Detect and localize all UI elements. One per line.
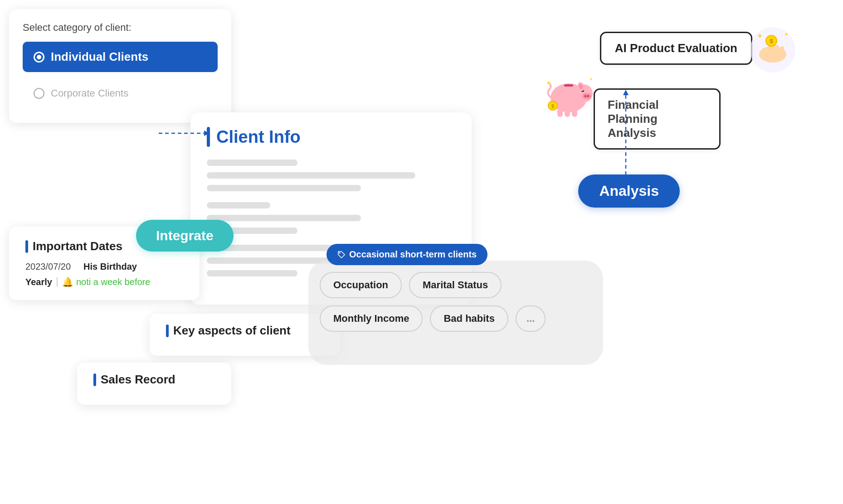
integrate-button[interactable]: Integrate (136, 220, 234, 252)
client-info-title-text: Client Info (216, 127, 301, 147)
svg-text:✦: ✦ (784, 31, 789, 38)
tags-area: Occupation Marital Status Monthly Income… (320, 272, 592, 339)
section-bar-key (166, 325, 169, 337)
section-bar-sales (93, 373, 96, 386)
divider (57, 277, 58, 286)
date-event: His Birthday (83, 262, 137, 272)
svg-rect-23 (564, 84, 573, 87)
individual-radio-icon (34, 52, 44, 63)
ai-illustration: $ ✦ ✦ (748, 25, 798, 75)
individual-clients-label: Individual Clients (51, 50, 148, 64)
svg-text:$: $ (770, 38, 773, 44)
individual-clients-option[interactable]: Individual Clients (23, 42, 218, 72)
select-category-card: Select category of client: Individual Cl… (9, 9, 231, 123)
sales-record-card: Sales Record (77, 363, 231, 405)
monthly-income-tag[interactable]: Monthly Income (320, 305, 423, 332)
ai-product-label: AI Product Evaluation (615, 41, 737, 55)
bad-habits-tag[interactable]: Bad habits (430, 305, 508, 332)
svg-text:✦: ✦ (757, 32, 763, 40)
financial-planning-label: Financial Planning Analysis (608, 98, 659, 140)
important-dates-title-text: Important Dates (33, 239, 122, 253)
notification-row: Yearly 🔔 noti a week before (25, 276, 183, 287)
key-aspects-title-text: Key aspects of client (173, 324, 291, 338)
skeleton-5 (207, 215, 361, 221)
analysis-button[interactable]: Analysis (578, 174, 680, 208)
title-bar (207, 127, 210, 147)
sales-record-title-text: Sales Record (101, 373, 175, 387)
corporate-clients-label: Corporate Clients (51, 87, 128, 99)
financial-planning-box: Financial Planning Analysis (594, 88, 721, 150)
occasional-tag[interactable]: Occasional short-term clients (326, 244, 487, 265)
tags-row-2: Monthly Income Bad habits ... (320, 305, 592, 332)
svg-point-31 (339, 252, 341, 253)
section-bar-dates (25, 240, 28, 253)
skeleton-2 (207, 172, 415, 179)
svg-text:✦: ✦ (589, 77, 593, 82)
skeleton-9 (207, 270, 297, 276)
marital-status-tag[interactable]: Marital Status (409, 272, 502, 298)
ai-product-evaluation-box: AI Product Evaluation (600, 32, 752, 65)
corporate-clients-option[interactable]: Corporate Clients (23, 80, 218, 107)
tag-icon (337, 251, 346, 259)
select-category-label: Select category of client: (23, 22, 218, 34)
svg-rect-8 (780, 46, 784, 55)
sales-record-title: Sales Record (93, 373, 215, 387)
skeleton-3 (207, 185, 361, 191)
client-info-title: Client Info (207, 127, 455, 147)
svg-rect-26 (572, 109, 577, 117)
date-row: 2023/07/20 His Birthday (25, 262, 183, 272)
svg-rect-7 (775, 45, 779, 56)
svg-rect-9 (762, 48, 767, 57)
occupation-tag[interactable]: Occupation (320, 272, 402, 298)
skeleton-4 (207, 202, 270, 208)
corporate-radio-icon (34, 88, 44, 99)
notification-text: 🔔 noti a week before (62, 276, 150, 287)
key-aspects-title: Key aspects of client (166, 324, 324, 338)
tags-row-1: Occupation Marital Status (320, 272, 592, 298)
occasional-tag-label: Occasional short-term clients (349, 249, 477, 260)
svg-point-18 (587, 95, 590, 97)
svg-text:✦: ✦ (546, 79, 551, 87)
bell-icon: 🔔 (62, 276, 73, 287)
svg-rect-25 (565, 109, 570, 117)
skeleton-1 (207, 160, 297, 166)
piggy-bank-illustration: $ ✦ ✦ (544, 67, 598, 121)
svg-text:$: $ (551, 104, 554, 109)
svg-point-17 (585, 95, 587, 97)
more-tags-button[interactable]: ... (516, 305, 546, 332)
svg-rect-24 (557, 109, 563, 117)
svg-point-16 (582, 93, 591, 99)
frequency-label: Yearly (25, 277, 52, 287)
date-value: 2023/07/20 (25, 262, 71, 272)
